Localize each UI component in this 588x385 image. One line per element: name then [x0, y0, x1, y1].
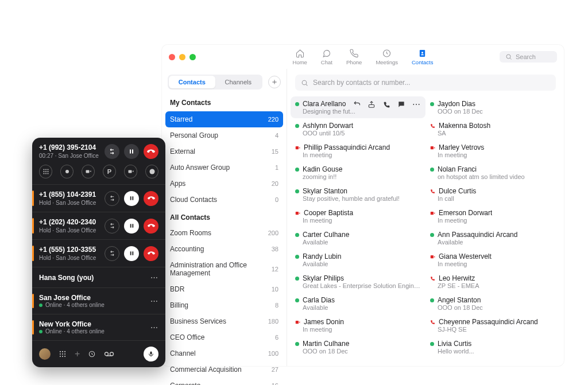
- sidebar-item[interactable]: Administration and Office Management12: [162, 257, 287, 281]
- transfer-icon[interactable]: [352, 100, 361, 109]
- contact-row[interactable]: Marilyn GeorgeGet better everyday: [425, 358, 560, 363]
- online-dot-icon: [39, 304, 42, 307]
- contact-status-text: OOO on 18 Dec: [430, 108, 556, 115]
- contact-row[interactable]: Clara ArellanoDesigning the fut... ⋯: [291, 96, 425, 118]
- resume-call-button[interactable]: [124, 219, 139, 234]
- call-icon[interactable]: [382, 100, 391, 109]
- sidebar-item[interactable]: Starred220: [165, 111, 283, 127]
- add-contact-button[interactable]: ＋: [268, 76, 281, 88]
- info-button[interactable]: [145, 165, 158, 178]
- contact-row[interactable]: Kadin Gousezooming in!!: [291, 162, 425, 184]
- sidebar-item[interactable]: Personal Group4: [162, 127, 287, 143]
- contact-row[interactable]: Dulce CurtisIn call: [425, 184, 560, 205]
- hangup-button[interactable]: [144, 246, 158, 261]
- mic-button[interactable]: [144, 347, 158, 361]
- sidebar-item[interactable]: CEO Office6: [162, 329, 287, 345]
- contact-row[interactable]: Phillip Passaquindici ArcandIn meeting: [291, 140, 425, 162]
- contact-row[interactable]: Carter CulhaneAvailable: [291, 227, 425, 249]
- swap-call-button[interactable]: [105, 144, 119, 159]
- global-search[interactable]: Search: [500, 51, 557, 63]
- contact-row[interactable]: Carla DiasAvailable: [291, 293, 425, 314]
- chat-icon: [322, 49, 331, 58]
- sidebar-item[interactable]: Channel100: [162, 345, 287, 361]
- minimize-window-button[interactable]: [179, 54, 185, 60]
- office-row[interactable]: San Jose Office Online · 4 others online…: [32, 287, 165, 314]
- contact-row[interactable]: Jaydon DiasOOO on 18 Dec: [425, 96, 560, 118]
- maximize-window-button[interactable]: [189, 54, 196, 60]
- sidebar-item[interactable]: Auto Answer Group1: [162, 160, 287, 176]
- contact-row[interactable]: Skylar PhilipsGreat Lakes - Enterprise S…: [291, 271, 425, 293]
- sidebar-item[interactable]: Cloud Contacts0: [162, 192, 287, 208]
- contact-row[interactable]: Ann Passaquindici ArcandAvailable: [425, 227, 560, 249]
- office-more-icon[interactable]: ⋯: [150, 297, 158, 305]
- swap-call-button[interactable]: [105, 246, 119, 261]
- contact-row[interactable]: Marley VetrovsIn meeting: [425, 140, 560, 162]
- hangup-button[interactable]: [144, 144, 158, 159]
- contact-row[interactable]: Nolan Francion hotspot atm so limited vi…: [425, 162, 560, 184]
- resume-call-button[interactable]: [124, 246, 139, 261]
- nav-meetings[interactable]: Meetings: [376, 49, 398, 65]
- contact-row[interactable]: Martin CulhaneOOO on 18 Dec: [291, 336, 425, 358]
- sidebar-item[interactable]: Billing8: [162, 297, 287, 313]
- contact-row[interactable]: Randy LubinAvailable: [291, 249, 425, 271]
- share-icon[interactable]: [367, 100, 376, 109]
- contact-search-input[interactable]: Search by contacts or number...: [295, 75, 556, 91]
- history-icon[interactable]: [88, 350, 96, 358]
- contact-row[interactable]: Cheyenne Passaquindici ArcandSJ-HQ SE: [425, 314, 560, 336]
- user-avatar[interactable]: [39, 348, 51, 360]
- contact-status-text: In meeting: [295, 326, 421, 333]
- sidebar-item-label: Personal Group: [170, 131, 218, 139]
- search-icon: [301, 79, 308, 87]
- sidebar-item[interactable]: Business Services180: [162, 313, 287, 329]
- nav-phone[interactable]: Phone: [346, 49, 362, 65]
- contact-row[interactable]: Livia CurtisHello world...: [425, 336, 560, 358]
- voicemail-icon[interactable]: [104, 350, 114, 358]
- hangup-button[interactable]: [144, 219, 158, 234]
- sidebar-item[interactable]: Corporate16: [162, 378, 287, 385]
- hold-indicator: [32, 246, 34, 261]
- dialpad-icon[interactable]: [59, 350, 67, 358]
- resume-call-button[interactable]: [124, 191, 139, 206]
- tab-contacts[interactable]: Contacts: [169, 76, 215, 88]
- office-more-icon[interactable]: ⋯: [150, 323, 158, 332]
- pause-call-button[interactable]: [124, 144, 139, 159]
- sidebar-item[interactable]: Zoom Rooms200: [162, 225, 287, 241]
- hangup-button[interactable]: [144, 191, 158, 206]
- contact-row[interactable]: Angel StantonOOO on 18 Dec: [425, 293, 560, 314]
- sidebar-item[interactable]: Apps20: [162, 176, 287, 192]
- contact-row[interactable]: Giana WesterveltIn meeting: [425, 249, 560, 271]
- contact-row[interactable]: Makenna BotoshSA: [425, 118, 560, 140]
- svg-point-18: [45, 171, 47, 172]
- sidebar-item[interactable]: Commercial Acquisition27: [162, 361, 287, 378]
- nav-contacts[interactable]: Contacts: [412, 49, 434, 65]
- contact-row[interactable]: Leo HerwitzZP SE - EMEA: [425, 271, 560, 293]
- park-button[interactable]: P: [103, 165, 116, 178]
- contact-row[interactable]: Skylar StantonStay positive, humble and …: [291, 184, 425, 205]
- contact-row[interactable]: Cooper BaptistaIn meeting: [291, 205, 425, 227]
- contact-row[interactable]: Ashlynn DorwartOOO until 10/5: [291, 118, 425, 140]
- close-window-button[interactable]: [169, 54, 175, 60]
- sidebar-item[interactable]: BDR10: [162, 281, 287, 297]
- swap-call-button[interactable]: [105, 219, 119, 234]
- svg-point-20: [43, 173, 44, 174]
- more-icon[interactable]: ⋯: [412, 100, 421, 109]
- video-button[interactable]: [82, 165, 95, 178]
- video-off-button[interactable]: [124, 165, 137, 178]
- contact-status-text: In meeting: [430, 260, 556, 267]
- contact-row[interactable]: Emerson DorwartIn meeting: [425, 205, 560, 227]
- swap-call-button[interactable]: [105, 191, 119, 206]
- contact-status-text: In meeting: [295, 217, 421, 224]
- sidebar-item[interactable]: External15: [162, 143, 287, 160]
- contact-row[interactable]: James DoninIn meeting: [291, 314, 425, 336]
- tab-channels[interactable]: Channels: [215, 76, 262, 88]
- nav-home[interactable]: Home: [293, 49, 307, 65]
- nav-chat[interactable]: Chat: [321, 49, 332, 65]
- sidebar-item[interactable]: Accounting38: [162, 241, 287, 257]
- contact-row[interactable]: Jocelyn SchleiferAvailable: [291, 358, 425, 363]
- keypad-button[interactable]: [39, 165, 52, 178]
- chat-icon[interactable]: [397, 100, 406, 109]
- self-row[interactable]: Hana Song (you) ⋯: [32, 267, 165, 287]
- office-row[interactable]: New York Office Online · 4 others online…: [32, 314, 165, 340]
- record-button[interactable]: [60, 165, 74, 178]
- self-more-icon[interactable]: ⋯: [150, 273, 158, 282]
